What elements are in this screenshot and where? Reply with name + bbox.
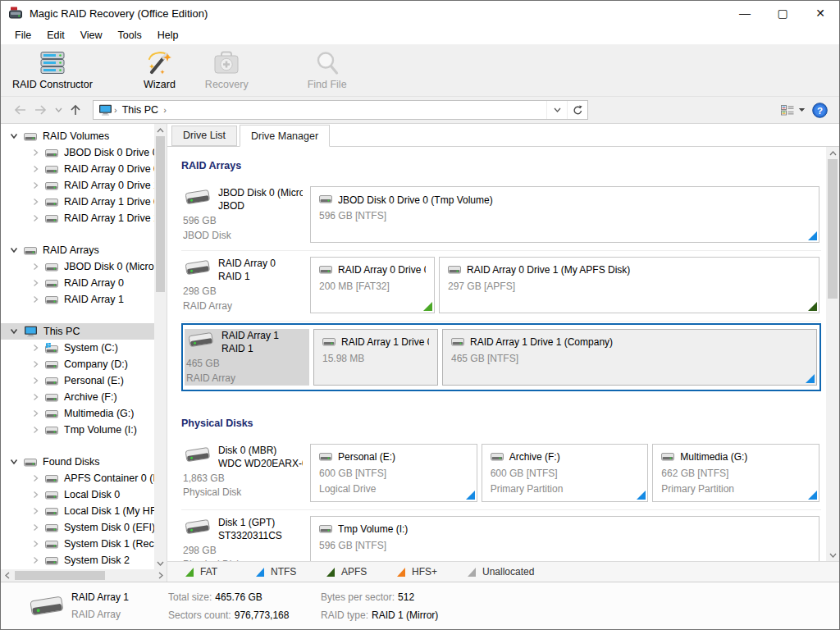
menu-file[interactable]: File	[7, 27, 39, 43]
chevron-collapsed-icon[interactable]	[29, 295, 42, 304]
menu-help[interactable]: Help	[150, 27, 187, 43]
sidebar-item[interactable]: RAID Array 0 Drive 0	[1, 161, 154, 177]
sidebar-group-raid-arrays[interactable]: RAID Arrays	[1, 242, 154, 258]
back-button[interactable]	[9, 99, 30, 121]
address-bar[interactable]: › This PC ›	[93, 100, 588, 120]
sidebar-item[interactable]: RAID Array 0	[1, 275, 154, 291]
find-file-button[interactable]: Find File	[299, 48, 355, 92]
chevron-collapsed-icon[interactable]	[29, 198, 42, 206]
chevron-collapsed-icon[interactable]	[29, 148, 42, 157]
sidebar-item-personal-e[interactable]: Personal (E:)	[1, 372, 154, 389]
sidebar-item[interactable]: JBOD Disk 0 (Microso	[1, 258, 154, 275]
sidebar-item[interactable]: RAID Array 1 Drive 0	[1, 194, 154, 210]
menu-view[interactable]: View	[73, 27, 111, 43]
tab-drive-list[interactable]: Drive List	[171, 126, 237, 146]
sidebar-horizontal-scrollbar[interactable]	[1, 569, 167, 582]
sidebar-group-this-pc[interactable]: This PC	[1, 323, 154, 340]
partition-box-archive-f[interactable]: Archive (F:) 600 GB [NTFS] Primary Parti…	[482, 444, 649, 502]
scroll-right-icon[interactable]	[154, 569, 167, 582]
breadcrumb-this-pc[interactable]: This PC	[119, 104, 162, 116]
sidebar-item[interactable]: JBOD Disk 0 Drive 0 (	[1, 144, 154, 161]
volume-box-array0-drive0[interactable]: RAID Array 0 Drive 0 (EI 200 MB [FAT32]	[310, 257, 435, 313]
sidebar-item[interactable]: System Disk 2	[1, 552, 154, 568]
sidebar-vertical-scrollbar[interactable]	[154, 124, 167, 569]
sidebar-item[interactable]: System Disk 0 (EFI)	[1, 519, 154, 536]
scroll-down-icon[interactable]	[827, 549, 839, 561]
sidebar-item[interactable]: Local Disk 1 (My HFS	[1, 503, 154, 519]
forward-button[interactable]	[30, 99, 52, 121]
maximize-button[interactable]: ▢	[764, 1, 801, 25]
physical-row-disk-0[interactable]: Disk 0 (MBR) WDC WD20EARX-00 1,863 GB Ph…	[181, 438, 821, 510]
chevron-collapsed-icon[interactable]	[29, 279, 42, 287]
sidebar-item-company-d[interactable]: Company (D:)	[1, 356, 154, 372]
scrollbar-thumb[interactable]	[156, 136, 165, 292]
chevron-collapsed-icon[interactable]	[29, 181, 42, 189]
physical-row-disk-1[interactable]: Disk 1 (GPT) ST3320311CS 298 GB Physical…	[181, 510, 821, 561]
view-options-button[interactable]	[781, 105, 806, 116]
scrollbar-thumb[interactable]	[828, 159, 838, 299]
chevron-collapsed-icon[interactable]	[29, 262, 42, 271]
chevron-expanded-icon[interactable]	[7, 459, 21, 465]
chevron-collapsed-icon[interactable]	[29, 360, 42, 368]
volume-box-array1-drive0[interactable]: RAID Array 1 Drive 0 15.98 MB	[313, 329, 438, 386]
scroll-left-icon[interactable]	[1, 569, 13, 582]
chevron-collapsed-icon[interactable]	[29, 344, 42, 352]
raid-row-array-0[interactable]: RAID Array 0 RAID 1 298 GB RAID Array	[181, 251, 821, 322]
chevron-collapsed-icon[interactable]	[29, 540, 42, 548]
chevron-collapsed-icon[interactable]	[29, 377, 42, 385]
sidebar-item-archive-f[interactable]: Archive (F:)	[1, 389, 154, 405]
raid-constructor-button[interactable]: RAID Constructor	[4, 48, 101, 92]
wizard-button[interactable]: Wizard	[135, 48, 184, 92]
sidebar-group-found-disks[interactable]: Found Disks	[1, 454, 154, 470]
menu-tools[interactable]: Tools	[111, 27, 150, 43]
tab-drive-manager[interactable]: Drive Manager	[240, 125, 330, 147]
up-button[interactable]	[65, 99, 86, 121]
volume-box-array1-drive1[interactable]: RAID Array 1 Drive 1 (Company) 465 GB [N…	[442, 329, 817, 386]
chevron-expanded-icon[interactable]	[7, 133, 21, 139]
address-dropdown-button[interactable]	[546, 101, 567, 119]
partition-box-tmp-volume-i[interactable]: Tmp Volume (I:) 596 GB [NTFS]	[310, 516, 819, 561]
raid-row-jbod-disk-0[interactable]: JBOD Disk 0 (Micros JBOD 596 GB JBOD Dis…	[181, 180, 821, 251]
recovery-button[interactable]: Recovery	[197, 48, 257, 92]
help-button[interactable]: ?	[812, 103, 828, 118]
history-dropdown-button[interactable]	[52, 99, 65, 121]
sidebar-item[interactable]: RAID Array 1 Drive 1	[1, 210, 154, 226]
chevron-collapsed-icon[interactable]	[29, 474, 42, 482]
refresh-button[interactable]	[567, 101, 587, 119]
volume-box-jbod-drive-0[interactable]: JBOD Disk 0 Drive 0 (Tmp Volume) 596 GB …	[310, 186, 819, 243]
sidebar-group-raid-volumes[interactable]: RAID Volumes	[1, 128, 154, 144]
chevron-expanded-icon[interactable]	[7, 247, 21, 253]
chevron-collapsed-icon[interactable]	[29, 523, 42, 532]
scrollbar-thumb[interactable]	[15, 571, 105, 580]
sidebar-item-tmp-volume-i[interactable]: Tmp Volume (I:)	[1, 422, 154, 438]
scroll-up-icon[interactable]	[154, 124, 167, 136]
raid-row-array-1-selected[interactable]: RAID Array 1 RAID 1 465 GB RAID Array	[181, 323, 821, 391]
chevron-collapsed-icon[interactable]	[29, 507, 42, 515]
partition-box-personal-e[interactable]: Personal (E:) 600 GB [NTFS] Logical Driv…	[310, 444, 477, 502]
sidebar-item[interactable]: System Disk 1 (Recov	[1, 536, 154, 552]
sidebar-item[interactable]: Local Disk 0	[1, 486, 154, 503]
sidebar-item-system-c[interactable]: System (C:)	[1, 340, 154, 356]
partition-box-multimedia-g[interactable]: Multimedia (G:) 662 GB [NTFS] Primary Pa…	[652, 444, 819, 502]
chevron-collapsed-icon[interactable]	[29, 426, 42, 434]
minimize-button[interactable]: —	[726, 1, 764, 25]
sidebar-item[interactable]: APFS Container 0 (M	[1, 470, 154, 486]
sidebar-item[interactable]: RAID Array 0 Drive 1	[1, 177, 154, 194]
chevron-collapsed-icon[interactable]	[29, 556, 42, 564]
chevron-expanded-icon[interactable]	[7, 328, 21, 335]
sidebar: RAID Volumes JBOD Disk 0 Drive 0 ( RAID …	[1, 124, 167, 582]
menu-edit[interactable]: Edit	[39, 27, 73, 43]
close-button[interactable]: ✕	[801, 1, 839, 25]
chevron-collapsed-icon[interactable]	[29, 165, 42, 173]
scroll-down-icon[interactable]	[154, 557, 167, 569]
chevron-collapsed-icon[interactable]	[29, 491, 42, 499]
scroll-up-icon[interactable]	[827, 147, 839, 159]
chevron-collapsed-icon[interactable]	[29, 214, 42, 222]
sidebar-item-multimedia-g[interactable]: Multimedia (G:)	[1, 405, 154, 422]
content-vertical-scrollbar[interactable]	[826, 147, 839, 561]
chevron-collapsed-icon[interactable]	[29, 409, 42, 418]
sidebar-item[interactable]: RAID Array 1	[1, 291, 154, 308]
chevron-collapsed-icon[interactable]	[29, 393, 42, 401]
volume-name: RAID Array 0 Drive 1 (My APFS Disk)	[467, 264, 630, 276]
volume-box-array0-drive1[interactable]: RAID Array 0 Drive 1 (My APFS Disk) 297 …	[439, 257, 819, 313]
